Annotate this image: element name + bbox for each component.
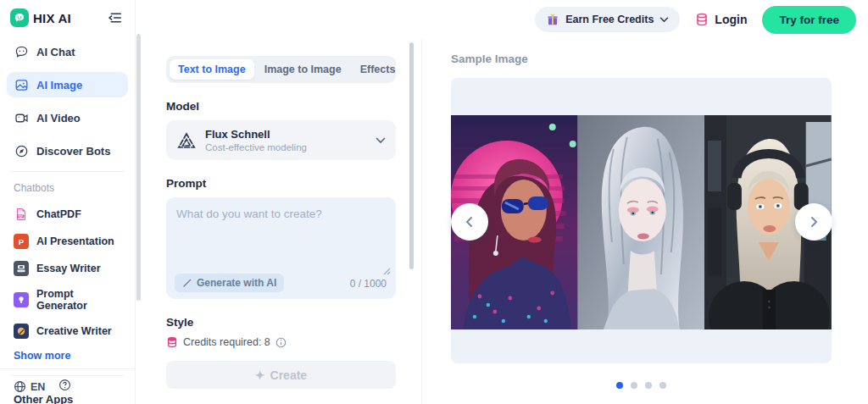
generate-label: Generate with AI xyxy=(197,277,276,289)
create-label: Create xyxy=(270,368,308,382)
sidebar-item-discover-bots[interactable]: Discover Bots xyxy=(7,138,128,163)
svg-text:PDF: PDF xyxy=(18,215,23,219)
credits-label: Credits required: 8 xyxy=(183,336,270,348)
login-label: Login xyxy=(715,13,747,26)
top-header: Earn Free Credits Login Try for free xyxy=(142,0,868,39)
credits-icon xyxy=(166,336,178,348)
style-heading: Style xyxy=(166,316,396,329)
brand-logo[interactable]: HIX AI xyxy=(10,8,71,27)
show-more-link[interactable]: Show more xyxy=(0,345,135,370)
typewriter-icon xyxy=(14,261,29,276)
sidebar-item-label: AI Chat xyxy=(36,46,75,58)
create-button[interactable]: ✦ Create xyxy=(166,361,396,389)
sidebar-item-label: AI Image xyxy=(36,79,82,91)
earn-credits-label: Earn Free Credits xyxy=(565,14,654,25)
tab-image-to-image[interactable]: Image to Image xyxy=(256,59,350,80)
sidebar-item-ai-presentation[interactable]: P AI Presentation xyxy=(0,228,135,255)
form-scrollbar[interactable] xyxy=(409,42,414,269)
model-selector[interactable]: Flux Schnell Cost-effective modeling xyxy=(166,120,396,160)
carousel-next-button[interactable] xyxy=(795,203,832,241)
carousel-dot[interactable] xyxy=(631,382,637,389)
info-icon[interactable] xyxy=(275,337,287,348)
sidebar-item-label: Creative Writer xyxy=(36,325,112,337)
model-name: Flux Schnell xyxy=(205,128,367,141)
prompt-heading: Prompt xyxy=(166,177,396,190)
panel-divider xyxy=(421,39,422,404)
sidebar-item-essay-writer[interactable]: Essay Writer xyxy=(0,255,135,282)
language-selector[interactable]: EN xyxy=(14,380,45,393)
chevron-down-icon xyxy=(376,137,386,144)
globe-icon xyxy=(14,380,26,393)
login-button[interactable]: Login xyxy=(695,13,747,26)
collapse-sidebar-icon[interactable] xyxy=(106,9,123,26)
sidebar-item-label: Discover Bots xyxy=(36,145,110,158)
carousel-pagination xyxy=(451,382,832,389)
sidebar-scrollbar[interactable] xyxy=(136,34,141,301)
sidebar-item-ai-chat[interactable]: AI Chat xyxy=(7,39,128,64)
language-label: EN xyxy=(31,381,45,393)
prompt-box: Generate with AI 0 / 1000 xyxy=(166,197,396,299)
sparkle-icon: ✦ xyxy=(255,368,265,382)
sample-panel: Sample Image xyxy=(451,53,832,389)
chat-icon xyxy=(14,45,29,59)
carousel-slides xyxy=(451,115,832,329)
help-icon[interactable] xyxy=(58,379,71,395)
character-counter: 0 / 1000 xyxy=(350,278,387,290)
credits-required-row: Credits required: 8 xyxy=(166,336,396,348)
prompt-input[interactable] xyxy=(166,197,396,270)
carousel-prev-button[interactable] xyxy=(451,203,488,241)
pdf-file-icon: PDF xyxy=(14,207,29,222)
chatbots-heading: Chatbots xyxy=(0,180,135,201)
sidebar: HIX AI AI Chat AI Image AI Video Discove… xyxy=(0,0,136,404)
carousel-dot[interactable] xyxy=(659,382,666,389)
sidebar-item-label: AI Video xyxy=(36,112,81,125)
sample-image-chrome-portrait xyxy=(578,115,705,329)
image-icon xyxy=(14,78,29,92)
try-for-free-button[interactable]: Try for free xyxy=(762,6,856,34)
model-description: Cost-effective modeling xyxy=(205,142,367,152)
tab-text-to-image[interactable]: Text to Image xyxy=(170,59,254,80)
sidebar-item-chatpdf[interactable]: PDF ChatPDF xyxy=(0,201,135,228)
model-heading: Model xyxy=(166,100,396,113)
gift-icon xyxy=(546,13,559,26)
sidebar-item-ai-image[interactable]: AI Image xyxy=(7,72,128,97)
sidebar-item-label: ChatPDF xyxy=(36,208,81,220)
chevron-left-icon xyxy=(464,216,476,228)
carousel-dot[interactable] xyxy=(616,382,623,389)
magic-wand-icon xyxy=(182,278,192,288)
generate-with-ai-button[interactable]: Generate with AI xyxy=(175,274,284,292)
sidebar-item-prompt-generator[interactable]: Prompt Generator xyxy=(0,282,135,318)
sidebar-footer: EN xyxy=(0,368,135,404)
sample-image-heading: Sample Image xyxy=(451,53,832,65)
primary-nav: AI Chat AI Image AI Video Discover Bots xyxy=(0,34,135,163)
sidebar-item-label: Prompt Generator xyxy=(36,288,121,312)
compass-icon xyxy=(14,144,29,158)
pencil-icon xyxy=(14,324,29,339)
chevron-down-icon xyxy=(659,17,669,23)
divider xyxy=(10,171,125,172)
generator-tabs: Text to Image Image to Image Effects xyxy=(166,56,396,83)
flux-model-icon xyxy=(176,131,197,150)
carousel-dot[interactable] xyxy=(645,382,652,389)
brand-name: HIX AI xyxy=(33,11,71,25)
resize-handle[interactable] xyxy=(383,268,391,275)
hix-logo-icon xyxy=(10,8,29,27)
sample-carousel xyxy=(451,78,832,363)
presentation-icon: P xyxy=(14,234,29,249)
sidebar-item-label: Essay Writer xyxy=(36,263,101,274)
lightbulb-icon xyxy=(14,292,29,307)
video-icon xyxy=(14,111,29,125)
tab-effects[interactable]: Effects xyxy=(352,59,404,80)
sidebar-item-creative-writer[interactable]: Creative Writer xyxy=(0,318,135,345)
sidebar-item-ai-video[interactable]: AI Video xyxy=(7,105,128,130)
generator-panel: Text to Image Image to Image Effects Mod… xyxy=(166,56,396,389)
svg-text:P: P xyxy=(19,237,25,246)
sidebar-item-label: AI Presentation xyxy=(36,235,114,247)
earn-free-credits-button[interactable]: Earn Free Credits xyxy=(535,7,680,32)
coins-icon xyxy=(695,13,709,26)
chevron-right-icon xyxy=(808,216,820,228)
